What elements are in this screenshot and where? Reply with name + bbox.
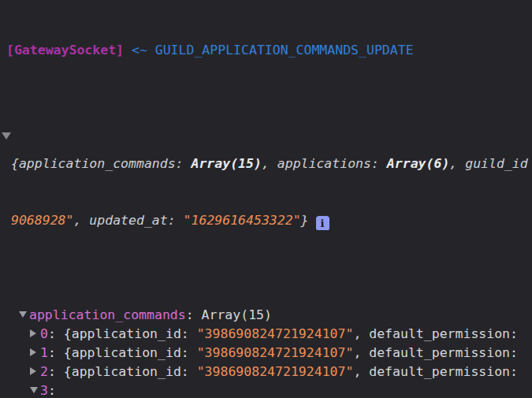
- expander-right-icon[interactable]: [30, 367, 36, 375]
- token-key: 0: [40, 326, 48, 341]
- token-plain: : {application_id:: [48, 345, 197, 360]
- token-plain: , default_permission:: [353, 326, 518, 341]
- token-evt: <~ GUILD_APPLICATION_COMMANDS_UPDATE: [124, 43, 414, 58]
- token-pv: {application_commands:: [11, 156, 191, 171]
- token-key: 1: [40, 345, 48, 360]
- token-key: application_commands: [29, 307, 186, 322]
- tree-row-2[interactable]: 1: {application_id: "398690824721924107"…: [0, 344, 532, 363]
- token-str: "1629616453322": [184, 213, 301, 228]
- token-str: "398690824721924107": [197, 364, 354, 379]
- token-str: "398690824721924107": [197, 326, 354, 341]
- token-plain: , default_permission:: [353, 364, 518, 379]
- tree-row-1[interactable]: 0: {application_id: "398690824721924107"…: [0, 325, 532, 344]
- tree-row-0[interactable]: application_commands: Array(15): [0, 306, 532, 325]
- object-tree: application_commands: Array(15)0: {appli…: [0, 306, 532, 398]
- expander-right-icon[interactable]: [30, 348, 36, 356]
- expander-down-icon[interactable]: [30, 387, 38, 393]
- token-plain: :: [48, 383, 56, 398]
- token-pv: , guild_id: [449, 156, 527, 171]
- tree-row-4[interactable]: 3:: [0, 381, 532, 398]
- log-message-header: [GatewaySocket] <~ GUILD_APPLICATION_COM…: [0, 41, 532, 60]
- expander-down-icon[interactable]: [2, 132, 11, 139]
- token-key: 2: [40, 364, 48, 379]
- token-plain: , default_permission:: [353, 345, 518, 360]
- token-pvb: Array(6): [387, 156, 449, 171]
- token-tag: [GatewaySocket]: [6, 43, 124, 58]
- object-preview[interactable]: {application_commands: Array(15), applic…: [0, 98, 532, 268]
- object-preview-line-1: {application_commands: Array(15), applic…: [0, 154, 532, 173]
- token-plain: : Array(15): [186, 307, 272, 322]
- devtools-console: [GatewaySocket] <~ GUILD_APPLICATION_COM…: [0, 0, 532, 398]
- tree-row-3[interactable]: 2: {application_id: "398690824721924107"…: [0, 363, 532, 381]
- token-plain: : {application_id:: [48, 326, 197, 341]
- info-icon[interactable]: i: [316, 216, 329, 230]
- expander-down-icon[interactable]: [19, 311, 27, 318]
- token-key: 3: [40, 383, 48, 398]
- token-pv: , applications:: [262, 156, 387, 171]
- object-preview-line-2: 9068928", updated_at: "1629616453322"}i: [0, 211, 532, 230]
- token-str: "398690824721924107": [197, 345, 354, 360]
- token-str: 9068928": [11, 213, 73, 228]
- token-pv: , updated_at:: [73, 213, 183, 228]
- expander-right-icon[interactable]: [30, 329, 36, 337]
- token-pvb: Array(15): [191, 156, 261, 171]
- token-plain: : {application_id:: [48, 364, 197, 379]
- token-pv: }: [301, 213, 309, 228]
